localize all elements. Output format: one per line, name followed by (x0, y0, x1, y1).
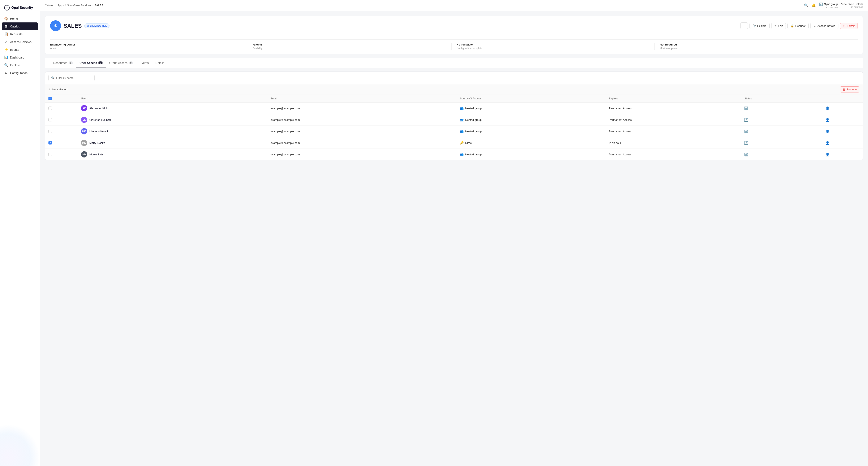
user-action-icon[interactable]: 👤 (826, 153, 830, 156)
view-sync-details-button[interactable]: View Sync Details (841, 2, 863, 6)
sidebar-item-requests[interactable]: 📋 Requests (0, 30, 40, 38)
col-header-status: Status (741, 95, 822, 102)
row-user-cell: NB Nicole Batz (78, 149, 267, 160)
access-details-button[interactable]: 🛡 Access Details (810, 23, 838, 29)
filter-input-container[interactable]: 🔍 (49, 75, 95, 81)
sidebar-item-access-reviews[interactable]: ↗ Access Reviews (0, 38, 40, 46)
row-user-cell: CL Clarence Lueilwitz (78, 114, 267, 126)
row-checkbox-cell (45, 149, 78, 160)
meta-mfa: Not Required MFA to Approve (655, 43, 858, 50)
select-all-checkbox[interactable]: — (49, 97, 52, 100)
dashboard-icon: 📊 (4, 55, 8, 59)
row-action-cell: 👤 (822, 126, 863, 137)
badge-icon: ⊞ (87, 24, 89, 27)
tab-details[interactable]: Details (152, 58, 168, 68)
edit-button[interactable]: ✏ Edit (771, 23, 786, 29)
remove-button[interactable]: 🗑 Remove (840, 86, 859, 92)
sidebar-item-label: Home (10, 17, 18, 20)
meta-label: Configuration Template (457, 47, 650, 50)
row-user-cell: AK Alexander Kirlin (78, 102, 267, 114)
sidebar-item-events[interactable]: ⚡ Events (0, 46, 40, 54)
lock-icon: 🔒 (790, 24, 794, 28)
view-sync-area: View Sync Details an hour ago (841, 2, 863, 8)
sidebar-item-label: Configuration (10, 71, 28, 75)
forfeit-button[interactable]: ✂ Forfeit (840, 23, 858, 29)
refresh-status-icon[interactable]: 🔄 (744, 130, 748, 133)
tab-user-access-badge: 6 (98, 61, 102, 64)
explore-icon: 🔭 (753, 24, 756, 28)
refresh-status-icon[interactable]: 🔄 (744, 153, 748, 156)
meta-config-template: No Template Configuration Template (452, 43, 655, 50)
breadcrumb-current: SALES (94, 4, 103, 7)
resource-type-badge: ⊞ Snowflake Role (84, 24, 110, 28)
row-action-cell: 👤 (822, 114, 863, 126)
user-email: example@example.com (270, 107, 300, 110)
user-email: example@example.com (270, 153, 300, 156)
sidebar-item-configuration[interactable]: ⚙ Configuration › (0, 69, 40, 77)
group-icon: 👥 (460, 118, 464, 121)
home-icon: 🏠 (4, 17, 8, 21)
breadcrumb-sep-1: / (56, 4, 56, 7)
more-options-button[interactable]: ··· (741, 23, 748, 29)
remove-icon: 🗑 (843, 88, 845, 91)
group-icon: 👥 (460, 106, 464, 110)
tab-resources[interactable]: Resources 0 (50, 58, 76, 68)
selection-bar: 1 User selected 🗑 Remove (45, 84, 863, 95)
source-label: Nested group (465, 118, 482, 121)
badge-label: Snowflake Role (90, 24, 107, 27)
row-checkbox-1[interactable] (49, 118, 52, 121)
sync-time: an hour ago (826, 6, 838, 8)
request-button[interactable]: 🔒 Request (787, 23, 808, 29)
meta-engineering-owner: Engineering Owner Admin (50, 43, 248, 50)
meta-label: MFA to Approve (660, 47, 853, 50)
row-source-cell: 🔑 Direct (457, 137, 606, 149)
row-checkbox-4[interactable] (49, 153, 52, 156)
user-name: Clarence Lueilwitz (89, 118, 112, 121)
logo-icon: ✦ (4, 5, 10, 10)
table-row: NB Nicole Batz example@example.com 👥 Nes… (45, 149, 863, 160)
sidebar-item-dashboard[interactable]: 📊 Dashboard (0, 54, 40, 61)
row-status-cell: 🔄 (741, 102, 822, 114)
refresh-status-icon[interactable]: 🔄 (744, 118, 748, 122)
user-action-icon[interactable]: 👤 (826, 141, 830, 145)
row-status-cell: 🔄 (741, 114, 822, 126)
sidebar-item-label: Access Reviews (10, 40, 31, 43)
tab-group-access[interactable]: Group Access 0 (106, 58, 136, 68)
chevron-right-icon: › (35, 71, 35, 74)
breadcrumb-catalog[interactable]: Catalog (45, 4, 54, 7)
breadcrumb-apps[interactable]: Apps (58, 4, 64, 7)
row-checkbox-3[interactable]: ✓ (49, 141, 52, 145)
user-avatar: AK (81, 105, 87, 112)
access-reviews-icon: ↗ (4, 40, 8, 44)
filter-by-name-input[interactable] (56, 76, 92, 80)
sidebar-item-explore[interactable]: 🔍 Explore (0, 61, 40, 69)
user-cell-content: AK Alexander Kirlin (81, 105, 264, 112)
notifications-icon[interactable]: 🔔 (812, 3, 816, 7)
user-cell-content: CL Clarence Lueilwitz (81, 117, 264, 123)
row-expires-cell: Permanent Access (606, 149, 741, 160)
source-cell-content: 🔑 Direct (460, 141, 602, 145)
meta-value: No Template (457, 43, 650, 46)
row-checkbox-0[interactable] (49, 106, 52, 110)
breadcrumb-snowflake[interactable]: Snowflake Sandbox (67, 4, 91, 7)
sync-group-button[interactable]: 🔄 Sync group (819, 2, 838, 6)
resource-actions: ··· 🔭 Explore ✏ Edit 🔒 Request 🛡 (741, 23, 858, 29)
explore-button[interactable]: 🔭 Explore (749, 23, 770, 29)
sidebar-item-home[interactable]: 🏠 Home (0, 15, 40, 23)
col-header-user[interactable]: User ↑ (78, 95, 267, 102)
row-checkbox-cell (45, 102, 78, 114)
sidebar-item-catalog[interactable]: ⊞ Catalog (2, 23, 38, 30)
user-action-icon[interactable]: 👤 (826, 130, 830, 133)
user-name: Marcella Krajcik (89, 130, 108, 133)
user-action-icon[interactable]: 👤 (826, 118, 830, 122)
row-checkbox-2[interactable] (49, 130, 52, 133)
refresh-status-icon[interactable]: 🔄 (744, 106, 748, 110)
tab-events[interactable]: Events (136, 58, 152, 68)
tab-user-access[interactable]: User Access 6 (76, 58, 106, 68)
refresh-status-icon[interactable]: 🔄 (744, 141, 748, 145)
row-email-cell: example@example.com (267, 114, 457, 126)
search-icon[interactable]: 🔍 (804, 3, 808, 7)
user-action-icon[interactable]: 👤 (826, 106, 830, 110)
user-avatar: NB (81, 151, 87, 157)
sort-arrow-icon: ↑ (88, 97, 89, 100)
